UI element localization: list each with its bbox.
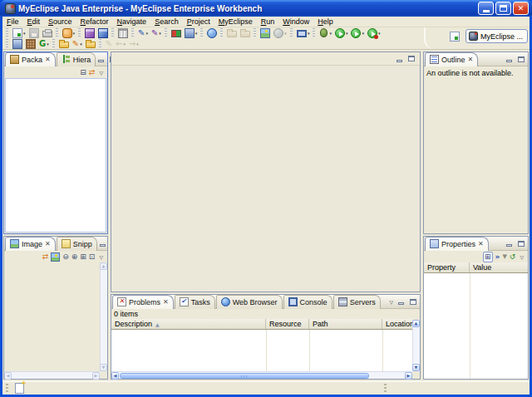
maximize-view-button[interactable]	[515, 238, 526, 248]
menu-source[interactable]: Source	[44, 17, 76, 27]
scroll-right-icon[interactable]: ▶	[405, 372, 412, 380]
web-browser-button[interactable]	[206, 27, 218, 38]
image-icon[interactable]	[51, 252, 60, 262]
tab-snippets[interactable]: Snipp	[57, 237, 97, 251]
package-import-button[interactable]	[12, 38, 23, 49]
tab-tasks[interactable]: Tasks	[175, 295, 215, 309]
dropdown-icon[interactable]: ▾	[329, 31, 332, 36]
fit-to-window-icon[interactable]: ⊡	[89, 252, 96, 262]
menu-navigate[interactable]: Navigate	[113, 17, 151, 27]
tab-web-browser[interactable]: Web Browser	[216, 295, 283, 309]
scroll-up-icon[interactable]: ▲	[412, 320, 420, 327]
run-tool-a-button[interactable]: ✎▾	[137, 27, 149, 38]
new-wizard-button[interactable]: ▾	[12, 27, 27, 38]
column-description[interactable]: Description ▲	[111, 319, 266, 329]
myeclipse-wizard-button[interactable]: ▾	[62, 27, 76, 38]
save-button[interactable]	[28, 27, 40, 38]
problems-vertical-scrollbar[interactable]: ▲ ▼	[412, 320, 420, 371]
forward-button[interactable]: →▾	[128, 38, 140, 49]
maximize-view-button[interactable]	[515, 54, 526, 64]
minimize-view-button[interactable]	[96, 54, 106, 64]
menu-edit[interactable]: Edit	[23, 17, 45, 27]
column-value[interactable]: Value	[470, 262, 528, 272]
image-horizontal-scrollbar[interactable]: ◀ ▶	[4, 371, 100, 379]
dropdown-icon[interactable]: ▾	[378, 31, 381, 36]
image-capture-button[interactable]	[259, 27, 271, 38]
dropdown-icon[interactable]: ▾	[23, 31, 26, 36]
tab-package-explorer[interactable]: Packa ✕	[5, 52, 56, 66]
close-tab-icon[interactable]: ✕	[478, 240, 484, 248]
column-path[interactable]: Path	[309, 319, 382, 329]
scrollbar-thumb[interactable]	[120, 373, 369, 379]
view-menu-icon[interactable]: ▽	[387, 299, 395, 305]
dropdown-icon[interactable]: ▾	[145, 31, 148, 36]
image-vertical-scrollbar[interactable]: ▲ ▼	[100, 262, 107, 371]
show-categories-icon[interactable]: ⊞	[483, 252, 493, 262]
dropdown-icon[interactable]: ▾	[195, 31, 198, 36]
scroll-down-icon[interactable]: ▼	[412, 364, 420, 371]
refresh-button[interactable]: G▾	[38, 38, 50, 49]
open-perspective-button[interactable]	[447, 30, 462, 43]
open-folder-button[interactable]	[226, 27, 238, 38]
scroll-down-icon[interactable]: ▼	[100, 364, 107, 371]
menu-help[interactable]: Help	[313, 17, 337, 27]
properties-table-body[interactable]	[424, 273, 528, 379]
problems-table-body[interactable]	[111, 330, 412, 371]
jdbc-button[interactable]: ▾	[184, 27, 199, 38]
view-menu-icon[interactable]: ▽	[97, 70, 105, 76]
tab-image[interactable]: Image ✕	[5, 237, 56, 251]
world-disabled-button[interactable]: ▾	[273, 27, 288, 38]
minimize-view-button[interactable]	[396, 297, 406, 306]
dropdown-icon[interactable]: ▾	[159, 31, 161, 36]
minimize-view-button[interactable]	[97, 238, 108, 248]
titlebar[interactable]: MyEclipse Java Enterprise - MyEclipse En…	[0, 0, 532, 17]
db-connector-button[interactable]	[170, 27, 182, 38]
close-tab-icon[interactable]: ✕	[468, 56, 474, 63]
package-explorer-tree[interactable]	[5, 78, 106, 233]
dropdown-icon[interactable]: ▾	[308, 31, 310, 36]
menu-project[interactable]: Project	[183, 17, 214, 27]
snippets-button[interactable]: ▾	[296, 27, 311, 38]
dropdown-icon[interactable]: ▾	[47, 42, 49, 47]
minimize-view-button[interactable]	[504, 54, 515, 64]
menu-window[interactable]: Window	[278, 17, 313, 27]
view-menu-icon[interactable]: ▽	[518, 254, 525, 260]
restore-welcome-button[interactable]: ✦	[15, 383, 24, 394]
new-web-project-button[interactable]	[97, 27, 109, 38]
dropdown-icon[interactable]: ▾	[362, 31, 364, 36]
myeclipse-perspective-button[interactable]: MyEclipse ...	[466, 29, 528, 43]
view-menu-icon[interactable]: ▽	[97, 254, 105, 260]
window-minimize-button[interactable]	[478, 2, 494, 15]
zoom-in-icon[interactable]: ⊕	[71, 252, 78, 262]
tab-hierarchy[interactable]: Hiera	[57, 52, 96, 66]
print-button[interactable]	[42, 27, 53, 38]
close-tab-icon[interactable]: ✕	[45, 240, 51, 248]
column-property[interactable]: Property	[424, 262, 470, 272]
link-icon[interactable]: ⇄	[42, 252, 49, 262]
back-button[interactable]: ←▾	[115, 38, 126, 49]
tab-properties[interactable]: Properties ✕	[425, 237, 489, 251]
scroll-right-icon[interactable]: ▶	[92, 372, 100, 380]
filter-icon[interactable]: ▼	[502, 252, 506, 262]
dropdown-icon[interactable]: ▾	[123, 42, 126, 47]
close-tab-icon[interactable]: ✕	[163, 298, 169, 306]
actual-size-icon[interactable]: ⊞	[80, 252, 86, 262]
scroll-left-icon[interactable]: ◀	[111, 372, 119, 380]
run-button[interactable]: ▾	[334, 27, 349, 38]
tab-servers[interactable]: Servers	[333, 295, 381, 309]
dropdown-icon[interactable]: ▾	[284, 31, 287, 36]
waffle-button[interactable]	[25, 38, 37, 49]
scroll-up-icon[interactable]: ▲	[100, 262, 107, 270]
close-tab-icon[interactable]: ✕	[45, 56, 51, 63]
stop-server-button[interactable]: ▾	[367, 27, 382, 38]
show-advanced-icon[interactable]: »	[495, 252, 500, 262]
run-server-button[interactable]: ▾	[350, 27, 365, 38]
window-close-button[interactable]: ✕	[513, 2, 529, 15]
tab-outline[interactable]: Outline ✕	[425, 52, 478, 66]
menu-myeclipse[interactable]: MyEclipse	[214, 17, 257, 27]
close-folder-button[interactable]	[85, 38, 96, 49]
tab-problems[interactable]: Problems ✕	[112, 295, 174, 309]
column-resource[interactable]: Resource	[266, 319, 309, 329]
menu-run[interactable]: Run	[257, 17, 279, 27]
last-edit-location-button[interactable]: ✎	[105, 38, 113, 49]
